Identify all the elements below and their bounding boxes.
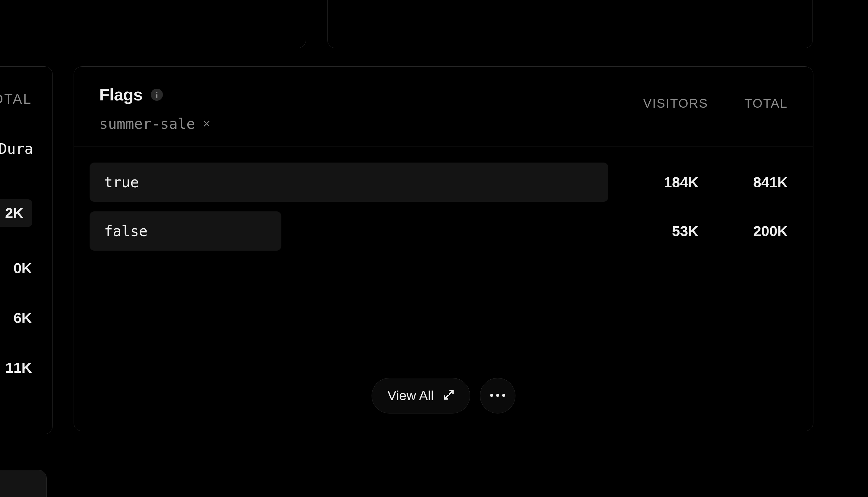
svg-point-0 bbox=[156, 91, 157, 93]
flag-visitors-value: 53K bbox=[644, 223, 698, 239]
left-card-row-label: estDura bbox=[0, 140, 34, 157]
background-card-left: OTAL estDura 2K 0K 6K 11K bbox=[0, 66, 53, 434]
left-card-column-header: OTAL bbox=[0, 91, 34, 107]
background-card-top-right bbox=[327, 0, 813, 48]
flag-value-label: false bbox=[104, 223, 148, 239]
table-row[interactable]: false 53K 200K bbox=[89, 211, 788, 251]
flag-total-value: 841K bbox=[734, 174, 788, 190]
view-all-button[interactable]: View All bbox=[372, 378, 470, 413]
background-card-bottom bbox=[0, 470, 47, 497]
left-card-value: 0K bbox=[14, 260, 32, 276]
svg-point-3 bbox=[496, 394, 499, 397]
table-row[interactable]: true 184K 841K bbox=[89, 162, 788, 202]
flags-title: Flags bbox=[99, 85, 142, 104]
column-header-visitors: VISITORS bbox=[643, 96, 708, 111]
left-card-value: 11K bbox=[5, 359, 32, 376]
close-icon[interactable] bbox=[202, 119, 211, 128]
view-all-label: View All bbox=[387, 388, 434, 403]
left-card-value: 6K bbox=[14, 310, 32, 326]
flag-visitors-value: 184K bbox=[644, 174, 698, 190]
background-card-top-left bbox=[0, 0, 306, 48]
info-icon[interactable] bbox=[151, 89, 163, 101]
left-card-value: 2K bbox=[0, 199, 32, 227]
expand-icon bbox=[443, 388, 454, 403]
flag-bar: true bbox=[89, 162, 608, 202]
more-button[interactable] bbox=[480, 378, 515, 413]
flag-value-label: true bbox=[104, 174, 139, 190]
flags-footer: View All bbox=[74, 378, 813, 431]
flags-body: true 184K 841K false 53K 200K bbox=[74, 147, 813, 251]
flags-card: Flags summer-sale VISITORS TOT bbox=[74, 66, 813, 431]
more-horizontal-icon bbox=[490, 393, 506, 398]
svg-point-2 bbox=[490, 394, 493, 397]
svg-rect-1 bbox=[156, 94, 157, 98]
flag-bar: false bbox=[89, 211, 281, 251]
flag-total-value: 200K bbox=[734, 223, 788, 239]
column-header-total: TOTAL bbox=[744, 96, 788, 111]
flag-filter-chip[interactable]: summer-sale bbox=[99, 115, 211, 132]
flags-header: Flags summer-sale VISITORS TOT bbox=[74, 67, 813, 147]
flag-filter-label: summer-sale bbox=[99, 115, 195, 132]
svg-point-4 bbox=[502, 394, 505, 397]
